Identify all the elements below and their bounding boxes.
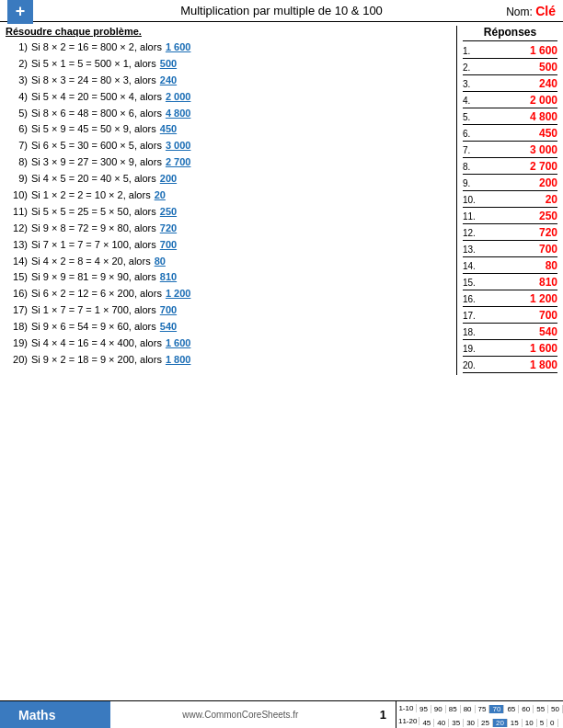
answer-row: 4.2 000 [463,94,557,108]
answer-value: 250 [483,210,557,222]
answer-row: 6.450 [463,127,557,142]
problem-text: Si 9 × 9 = 81 = 9 × 90, alors810 [31,270,453,284]
answer-row: 7.3 000 [463,143,557,158]
problem-row: 14)Si 4 × 2 = 8 = 4 × 20, alors80 [6,255,453,268]
answer-blank: 500 [160,57,197,71]
problem-text: Si 6 × 2 = 12 = 6 × 200, alors1 200 [31,287,453,301]
grid-cell: 95 [417,705,431,713]
problem-text: Si 8 × 2 = 16 = 800 × 2, alors1 600 [31,40,453,54]
problem-text: Si 5 × 5 = 25 = 5 × 50, alors250 [31,205,453,219]
answer-blank: 80 [155,255,191,268]
grid-cell: 85 [446,705,461,713]
answer-blank: 1 800 [166,353,202,367]
answer-value: 540 [483,325,557,338]
answer-blank: 700 [160,303,197,317]
grid-cell: 15 [508,719,523,727]
problem-text: Si 4 × 2 = 8 = 4 × 20, alors80 [31,255,453,268]
problem-number: 20) [6,353,28,367]
problem-number: 7) [6,139,28,153]
logo-icon: + [16,3,26,19]
problem-number: 14) [6,255,28,268]
problem-text: Si 4 × 4 = 16 = 4 × 400, alors1 600 [31,336,453,350]
answer-row: 10.20 [463,193,557,208]
problem-text: Si 6 × 5 = 30 = 600 × 5, alors3 000 [31,139,453,153]
problem-number: 12) [6,222,28,235]
answer-number: 15. [463,278,483,288]
grid-cell: 0 [547,719,557,727]
answer-number: 4. [463,96,483,106]
answer-row: 16.1 200 [463,292,557,307]
answer-blank: 1 600 [166,336,202,350]
problem-text: Si 9 × 2 = 18 = 9 × 200, alors1 800 [31,353,453,367]
problem-row: 7)Si 6 × 5 = 30 = 600 × 5, alors3 000 [6,139,453,153]
answer-value: 2 700 [483,160,557,173]
grid-cell: 40 [434,719,449,727]
answer-value: 1 600 [483,44,557,57]
answer-number: 1. [463,46,483,56]
problem-row: 8)Si 3 × 9 = 27 = 300 × 9, alors2 700 [6,155,453,169]
answer-blank: 540 [160,320,197,334]
problem-text: Si 5 × 9 = 45 = 50 × 9, alors450 [31,122,453,136]
problem-row: 17)Si 1 × 7 = 7 = 1 × 700, alors700 [6,303,453,317]
answer-row: 12.720 [463,226,557,241]
answers-header: Réponses [463,26,557,41]
problem-row: 4)Si 5 × 4 = 20 = 500 × 4, alors2 000 [6,90,453,104]
grid-cell: 10 [523,719,537,727]
problem-row: 13)Si 7 × 1 = 7 = 7 × 100, alors700 [6,238,453,252]
problem-row: 12)Si 9 × 8 = 72 = 9 × 80, alors720 [6,222,453,235]
grid-cell: 80 [461,705,476,713]
problem-number: 6) [6,122,28,136]
footer-grid-row1: 1-10 95908580757065605550 [396,701,563,715]
answer-blank: 2 000 [166,90,202,104]
answer-value: 200 [483,176,557,189]
footer-page: 1 [371,701,396,728]
nom-area: Nom: Clé [506,4,556,18]
problem-number: 4) [6,90,28,104]
grid-row2-vals: 454035302520151050 [419,716,557,727]
problem-number: 2) [6,57,28,71]
answer-value: 80 [483,259,557,272]
answer-value: 450 [483,127,557,140]
answer-blank: 4 800 [166,107,202,120]
answer-blank: 240 [160,74,197,87]
answer-row: 13.700 [463,243,557,257]
grid-cell: 5 [537,719,547,727]
answer-value: 700 [483,309,557,322]
problem-text: Si 1 × 2 = 2 = 10 × 2, alors20 [31,188,453,202]
problem-row: 1)Si 8 × 2 = 16 = 800 × 2, alors1 600 [6,40,453,54]
grid-cell: 30 [464,719,478,727]
worksheet-title: Multiplication par multiple de 10 & 100 [180,4,383,17]
problem-text: Si 5 × 1 = 5 = 500 × 1, alors500 [31,57,453,71]
answer-number: 12. [463,228,483,238]
answer-number: 8. [463,162,483,172]
footer-grid-row2: 11-20 454035302520151050 [396,715,563,729]
answer-number: 17. [463,311,483,321]
answer-value: 500 [483,61,557,74]
answer-number: 2. [463,63,483,73]
answer-number: 7. [463,145,483,155]
grid-label-11-20: 11-20 [396,717,419,725]
answer-number: 18. [463,327,483,337]
answer-number: 20. [463,360,483,370]
problem-text: Si 8 × 3 = 24 = 80 × 3, alors240 [31,74,453,87]
answer-row: 1.1 600 [463,44,557,59]
grid-cell: 50 [548,705,563,713]
answer-value: 2 000 [483,94,557,107]
problem-number: 11) [6,205,28,219]
answer-value: 1 600 [483,342,557,355]
problem-number: 17) [6,303,28,317]
answer-value: 1 800 [483,358,557,371]
answer-row: 11.250 [463,210,557,224]
problem-text: Si 1 × 7 = 7 = 1 × 700, alors700 [31,303,453,317]
answer-blank: 200 [160,172,197,186]
problem-number: 9) [6,172,28,186]
answer-number: 3. [463,79,483,89]
problem-text: Si 3 × 9 = 27 = 300 × 9, alors2 700 [31,155,453,169]
answers-section: Réponses 1.1 6002.5003.2404.2 0005.4 800… [456,26,557,375]
grid-cell: 60 [519,705,534,713]
answer-number: 11. [463,211,483,222]
content-area: Résoudre chaque problème. 1)Si 8 × 2 = 1… [0,22,563,406]
grid-cell: 25 [478,719,493,727]
answers-container: 1.1 6002.5003.2404.2 0005.4 8006.4507.3 … [463,44,557,373]
answer-blank: 700 [160,238,197,252]
